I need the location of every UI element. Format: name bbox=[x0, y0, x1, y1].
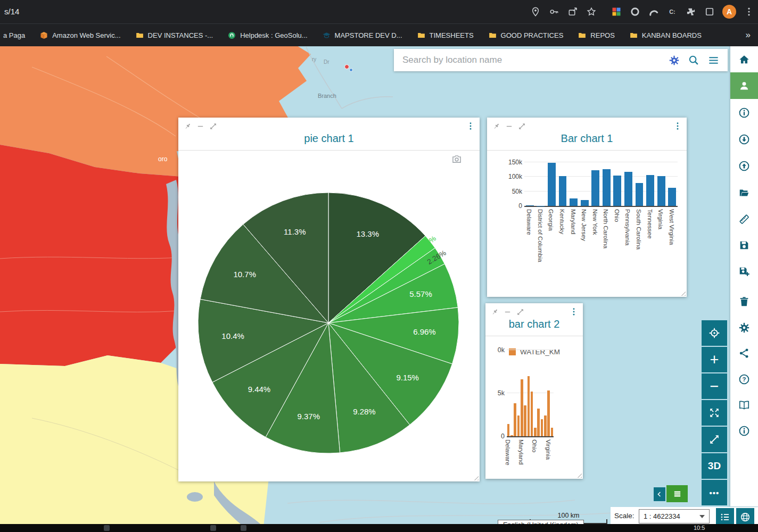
bar[interactable] bbox=[668, 188, 676, 206]
send-icon[interactable] bbox=[567, 4, 579, 19]
pie-chart-area[interactable]: 13.3%1.89%2.26%5.57%6.96%9.15%9.28%9.37%… bbox=[179, 174, 477, 472]
sidebar-item-home[interactable] bbox=[730, 47, 758, 72]
bar[interactable] bbox=[581, 200, 589, 206]
bookmark-item[interactable]: a Paga bbox=[3, 31, 25, 39]
bar[interactable] bbox=[537, 409, 540, 436]
bar[interactable] bbox=[646, 175, 654, 206]
sidebar-item-save[interactable] bbox=[730, 232, 758, 258]
widgets-collapse-button[interactable] bbox=[654, 487, 665, 501]
kebab-icon[interactable] bbox=[743, 4, 755, 19]
window-icon[interactable] bbox=[704, 4, 715, 19]
sidebar-item-help[interactable]: ? bbox=[730, 367, 758, 392]
bookmark-item[interactable]: Helpdesk : GeoSolu... bbox=[227, 31, 307, 40]
os-taskbar[interactable]: 10:5 bbox=[0, 524, 758, 532]
ext-ci-icon[interactable]: C: bbox=[666, 4, 678, 19]
bar[interactable] bbox=[570, 198, 578, 206]
bar[interactable] bbox=[510, 435, 513, 436]
sidebar-item-share[interactable] bbox=[730, 340, 758, 366]
attribution-button[interactable] bbox=[716, 508, 734, 526]
bookmarks-overflow-button[interactable]: » bbox=[746, 30, 751, 40]
bar[interactable] bbox=[534, 428, 537, 436]
search-icon[interactable] bbox=[688, 54, 699, 66]
bar[interactable] bbox=[624, 172, 632, 206]
sidebar-item-save-as[interactable] bbox=[730, 259, 758, 284]
taskbar-icon[interactable] bbox=[104, 525, 110, 531]
location-icon[interactable] bbox=[530, 4, 541, 19]
puzzle-icon[interactable] bbox=[685, 4, 697, 19]
bar[interactable] bbox=[591, 170, 599, 206]
fullscreen-button[interactable] bbox=[702, 400, 727, 426]
sidebar-item-about[interactable] bbox=[730, 418, 758, 444]
bar[interactable] bbox=[559, 176, 567, 206]
key-icon[interactable] bbox=[548, 4, 560, 19]
scale-select[interactable]: 1 : 4622334 bbox=[639, 509, 710, 523]
zoom-in-button[interactable]: + bbox=[702, 347, 727, 372]
resize-handle[interactable] bbox=[472, 474, 479, 480]
sidebar-item-measure[interactable] bbox=[730, 206, 758, 232]
bar[interactable] bbox=[517, 415, 520, 436]
sidebar-item-catalog[interactable] bbox=[730, 180, 758, 205]
bar[interactable] bbox=[531, 392, 533, 436]
locate-button[interactable] bbox=[702, 320, 727, 346]
bar[interactable] bbox=[521, 379, 523, 436]
resize-handle[interactable] bbox=[575, 471, 582, 478]
collapse-icon[interactable] bbox=[505, 122, 513, 130]
sidebar-item-identify[interactable] bbox=[730, 100, 758, 126]
pin-icon[interactable] bbox=[492, 122, 500, 130]
taskbar-icon[interactable] bbox=[210, 525, 216, 531]
search-options-icon[interactable] bbox=[669, 55, 680, 66]
ext-ring-icon[interactable] bbox=[629, 4, 641, 19]
star-icon[interactable] bbox=[586, 4, 597, 19]
bookmark-item[interactable]: Amazon Web Servic... bbox=[39, 31, 120, 40]
bookmark-item[interactable]: GOOD PRACTICES bbox=[488, 31, 564, 40]
ext-grid-icon[interactable] bbox=[611, 4, 622, 19]
taskbar-icon[interactable] bbox=[241, 525, 246, 531]
bar-chart-area[interactable] bbox=[524, 162, 678, 207]
sidebar-item-settings[interactable] bbox=[730, 315, 758, 340]
sidebar-item-delete-map[interactable] bbox=[730, 289, 758, 314]
profile-avatar[interactable]: A bbox=[722, 5, 736, 19]
toggle-3d-button[interactable]: 3D bbox=[702, 453, 727, 479]
bar[interactable] bbox=[541, 419, 543, 436]
search-input[interactable]: Search by location name bbox=[394, 55, 669, 65]
bar[interactable] bbox=[514, 403, 516, 436]
maximize-icon[interactable] bbox=[209, 122, 217, 130]
widgets-tray-button[interactable] bbox=[666, 485, 688, 502]
maximize-icon[interactable] bbox=[518, 122, 526, 130]
bookmark-item[interactable]: KANBAN BOARDS bbox=[629, 31, 702, 40]
export-image-icon[interactable] bbox=[451, 154, 462, 164]
bar[interactable] bbox=[657, 176, 665, 206]
bookmark-item[interactable]: REPOS bbox=[578, 31, 615, 40]
bar[interactable] bbox=[613, 176, 621, 206]
sidebar-item-user[interactable] bbox=[730, 72, 758, 99]
widget-bar-chart-2[interactable]: bar chart 2 WATER_KM 05k0k DelawareMaryl… bbox=[485, 303, 583, 479]
sidebar-item-export[interactable] bbox=[730, 153, 758, 179]
bookmark-item[interactable]: DEV INSTANCES -... bbox=[135, 31, 213, 40]
bar[interactable] bbox=[507, 424, 510, 436]
bar[interactable] bbox=[528, 376, 530, 436]
bar[interactable] bbox=[636, 183, 644, 206]
sidebar-item-import[interactable] bbox=[730, 127, 758, 152]
maximize-icon[interactable] bbox=[516, 308, 524, 316]
bar-chart-area[interactable] bbox=[507, 350, 554, 437]
resize-handle[interactable] bbox=[679, 289, 686, 296]
search-menu-icon[interactable] bbox=[707, 54, 720, 66]
bookmark-item[interactable]: TIMESHEETS bbox=[417, 31, 474, 40]
widget-menu-icon[interactable] bbox=[569, 307, 579, 317]
bar[interactable] bbox=[603, 169, 611, 206]
widget-pie-chart[interactable]: pie chart 1 13.3%1.89%2.26%5.57%6.96%9.1… bbox=[178, 118, 480, 481]
expand-button[interactable] bbox=[702, 427, 727, 452]
widget-menu-icon[interactable] bbox=[673, 121, 682, 131]
bar[interactable] bbox=[526, 205, 534, 206]
bar[interactable] bbox=[551, 428, 554, 436]
ext-arc-icon[interactable] bbox=[648, 4, 660, 19]
widget-bar-chart-1[interactable]: Bar chart 1 050k100k150k DelawareDistric… bbox=[487, 118, 687, 297]
bar[interactable] bbox=[547, 390, 550, 436]
zoom-out-button[interactable]: − bbox=[702, 373, 727, 399]
widget-menu-icon[interactable] bbox=[466, 121, 475, 131]
bar[interactable] bbox=[544, 415, 547, 436]
bookmark-item[interactable]: MAPSTORE DEV D... bbox=[322, 31, 402, 40]
bar[interactable] bbox=[524, 405, 526, 436]
collapse-icon[interactable] bbox=[196, 122, 204, 130]
bar[interactable] bbox=[548, 163, 556, 206]
